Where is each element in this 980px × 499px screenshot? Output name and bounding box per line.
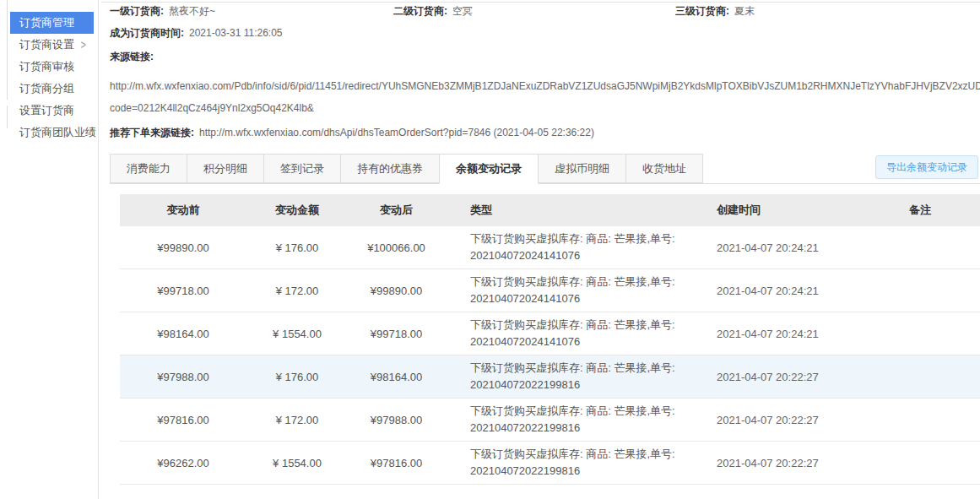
column-header: 类型 [445, 199, 698, 221]
cell-before: ¥99718.00 [120, 281, 246, 301]
cell-remark [888, 459, 980, 466]
cell-after: ¥98164.00 [348, 367, 445, 387]
tab[interactable]: 积分明细 [187, 154, 264, 183]
table-row: ¥99718.00¥ 172.00¥99890.00下级订货购买虚拟库存: 商品… [120, 269, 980, 312]
cell-before: ¥99890.00 [120, 238, 246, 258]
become-time-label: 成为订货商时间: [110, 27, 184, 39]
level2-distributor: 二级订货商:空冥 [393, 4, 473, 19]
sidebar-item-label: 订货商管理 [19, 16, 74, 29]
column-header: 创建时间 [698, 199, 888, 221]
column-header: 变动前 [120, 199, 246, 221]
become-time-value: 2021-03-31 11:26:05 [189, 27, 283, 39]
tab[interactable]: 持有的优惠券 [340, 154, 440, 183]
sidebar-item-label: 订货商团队业绩 [19, 126, 96, 138]
sidebar-item[interactable]: 订货商分组 [10, 78, 94, 100]
column-header: 变动后 [348, 199, 445, 221]
cell-created: 2021-04-07 17:07:51 [698, 496, 888, 499]
table-header-row: 变动前变动金额变动后类型创建时间备注 [120, 194, 980, 226]
cell-remark [888, 287, 980, 294]
cell-created: 2021-04-07 20:22:27 [698, 410, 888, 430]
source-link-label: 来源链接: [110, 51, 154, 62]
table-row: ¥99890.00¥ 176.00¥100066.00下级订货购买虚拟库存: 商… [120, 226, 980, 269]
level3-distributor-value: 夏末 [734, 5, 755, 17]
cell-type: 下级订货购买虚拟库存: 商品: 芒果接,单号: 2021040720221998… [445, 442, 698, 483]
cell-amount: ¥ 176.00 [246, 238, 348, 258]
sidebar-item-label: 订货商审核 [19, 60, 74, 73]
cell-type: 下级订货购买虚拟库存: 商品: 芒果接,单号: 2021040720241410… [445, 227, 698, 268]
source-link-label-row: 来源链接: [110, 50, 159, 64]
tab-bar: 消费能力积分明细签到记录持有的优惠券余额变动记录虚拟币明细收货地址 [110, 154, 702, 184]
cell-before: ¥97988.00 [120, 367, 246, 387]
cell-before: ¥96262.00 [120, 453, 246, 473]
sidebar-item-label: 设置订货商 [19, 104, 74, 117]
tab[interactable]: 余额变动记录 [439, 154, 539, 184]
cell-type: 下级订货购买虚拟库存: 商品: 芒果接,单号: 2021040720221998… [445, 356, 698, 397]
tab[interactable]: 消费能力 [110, 154, 187, 183]
recommend-order-link: 推荐下单来源链接:http://m.wfx.wxfenxiao.com/dhsA… [110, 126, 594, 140]
sidebar-item[interactable]: 订货商审核 [10, 56, 94, 78]
sidebar-item-label: 订货商设置 [19, 38, 74, 51]
recommend-order-link-label: 推荐下单来源链接: [110, 127, 194, 138]
table-row: ¥96164.00¥ 98.00¥96262.00订单付款,单号: 202104… [120, 485, 980, 499]
sidebar: 订货商管理订货商设置>订货商审核订货商分组设置订货商订货商团队业绩 [8, 0, 99, 499]
balance-records-table: 变动前变动金额变动后类型创建时间备注 ¥99890.00¥ 176.00¥100… [120, 194, 980, 499]
cell-created: 2021-04-07 20:24:21 [698, 324, 888, 344]
cell-amount: ¥ 176.00 [246, 367, 348, 387]
table-row: ¥96262.00¥ 1554.00¥97816.00下级订货购买虚拟库存: 商… [120, 442, 980, 485]
cell-amount: ¥ 172.00 [246, 281, 348, 301]
cell-before: ¥98164.00 [120, 324, 246, 344]
cell-after: ¥97816.00 [348, 453, 445, 473]
cell-remark [888, 373, 980, 380]
content-top-divider [101, 2, 980, 3]
cell-amount: ¥ 172.00 [246, 410, 348, 430]
cell-remark [888, 330, 980, 337]
page: 订货商管理订货商设置>订货商审核订货商分组设置订货商订货商团队业绩 一级订货商:… [0, 0, 980, 499]
cell-after: ¥97988.00 [348, 410, 445, 430]
sidebar-item[interactable]: 设置订货商 [10, 100, 94, 122]
level2-distributor-label: 二级订货商: [393, 5, 447, 17]
source-link-code: code=0212K4ll2qCz464j9Ynl2xg5Oq42K4lb& [110, 102, 314, 114]
source-link-url: http://m.wfx.wxfenxiao.com/Pdb/info/sid/… [110, 80, 980, 92]
cell-before: ¥96164.00 [120, 496, 246, 499]
recommend-order-link-value: http://m.wfx.wxfenxiao.com/dhsApi/dhsTea… [199, 127, 594, 138]
tab[interactable]: 虚拟币明细 [538, 154, 626, 183]
tab[interactable]: 收货地址 [625, 154, 703, 183]
cell-after: ¥99718.00 [348, 324, 445, 344]
sidebar-item[interactable]: 订货商设置> [10, 34, 94, 56]
sidebar-item[interactable]: 订货商团队业绩 [10, 122, 94, 144]
cell-after: ¥100066.00 [348, 238, 445, 258]
cell-after: ¥99890.00 [348, 281, 445, 301]
export-balance-records-button[interactable]: 导出余额变动记录 [875, 155, 978, 179]
table-body: ¥99890.00¥ 176.00¥100066.00下级订货购买虚拟库存: 商… [120, 226, 980, 499]
cell-type: 下级订货购买虚拟库存: 商品: 芒果接,单号: 2021040720241410… [445, 270, 698, 311]
table-row: ¥97816.00¥ 172.00¥97988.00下级订货购买虚拟库存: 商品… [120, 399, 980, 442]
column-header: 备注 [888, 199, 980, 221]
become-time: 成为订货商时间:2021-03-31 11:26:05 [110, 26, 283, 41]
cell-amount: ¥ 98.00 [246, 496, 348, 499]
cell-type: 下级订货购买虚拟库存: 商品: 芒果接,单号: 2021040720221998… [445, 399, 698, 440]
cell-type: 下级订货购买虚拟库存: 商品: 芒果接,单号: 2021040720241410… [445, 313, 698, 354]
cell-created: 2021-04-07 20:22:27 [698, 453, 888, 473]
cell-created: 2021-04-07 20:24:21 [698, 238, 888, 258]
level3-distributor: 三级订货商:夏末 [675, 4, 755, 19]
column-header: 变动金额 [246, 199, 348, 221]
cell-type: 订单付款,单号: 202104071707515517 [445, 494, 698, 499]
level3-distributor-label: 三级订货商: [675, 5, 729, 17]
level2-distributor-value: 空冥 [452, 5, 473, 17]
level1-distributor-value: 熬夜不好~ [169, 5, 215, 17]
tab[interactable]: 签到记录 [263, 154, 341, 183]
chevron-right-icon: > [81, 30, 86, 59]
cell-remark [888, 244, 980, 251]
cell-after: ¥96262.00 [348, 496, 445, 499]
table-row: ¥98164.00¥ 1554.00¥99718.00下级订货购买虚拟库存: 商… [120, 312, 980, 355]
cell-created: 2021-04-07 20:22:27 [698, 367, 888, 387]
level1-distributor-label: 一级订货商: [110, 5, 164, 17]
cell-before: ¥97816.00 [120, 410, 246, 430]
table-row: ¥97988.00¥ 176.00¥98164.00下级订货购买虚拟库存: 商品… [120, 355, 980, 399]
cell-created: 2021-04-07 20:24:21 [698, 281, 888, 301]
cell-amount: ¥ 1554.00 [246, 453, 348, 473]
sidebar-item-label: 订货商分组 [19, 82, 74, 95]
cell-remark [888, 416, 980, 423]
cell-amount: ¥ 1554.00 [246, 324, 348, 344]
level1-distributor: 一级订货商:熬夜不好~ [110, 4, 215, 19]
